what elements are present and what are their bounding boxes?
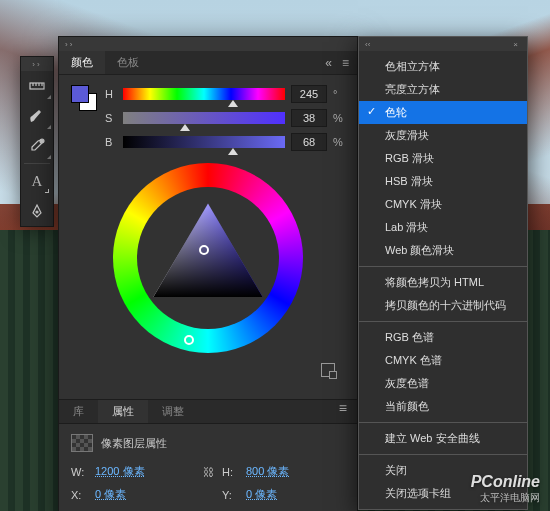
x-label: X: (71, 489, 89, 501)
menu-item[interactable]: 当前颜色 (359, 395, 527, 418)
hue-slider[interactable] (123, 88, 285, 100)
menu-item[interactable]: HSB 滑块 (359, 170, 527, 193)
triangle-picker[interactable] (199, 245, 209, 255)
color-panel: ›› 颜色 色板 « ≡ H ° S (58, 36, 358, 511)
tool-eyedropper[interactable] (21, 131, 53, 161)
watermark-brand: PConline (471, 473, 540, 490)
toolstrip-titlebar[interactable]: ›› (21, 57, 53, 71)
panel-tabs: 颜色 色板 « ≡ (59, 51, 357, 75)
menu-item[interactable]: 灰度滑块 (359, 124, 527, 147)
tool-brush[interactable] (21, 101, 53, 131)
y-value[interactable]: 0 像素 (246, 487, 277, 502)
menu-separator (359, 266, 527, 267)
menu-close-icon[interactable]: × (510, 40, 521, 49)
color-body: H ° S % B % (59, 75, 357, 399)
menu-separator (359, 454, 527, 455)
menu-item[interactable]: 亮度立方体 (359, 78, 527, 101)
w-label: W: (71, 466, 89, 478)
bri-slider[interactable] (123, 136, 285, 148)
h-label2: H: (222, 466, 240, 478)
subtab-properties[interactable]: 属性 (98, 400, 148, 423)
menu-item[interactable]: RGB 滑块 (359, 147, 527, 170)
b-label: B (105, 136, 117, 148)
sat-unit: % (333, 112, 345, 124)
menu-item[interactable]: CMYK 色谱 (359, 349, 527, 372)
h-label: H (105, 88, 117, 100)
panel-collapse-icon[interactable]: « (325, 56, 332, 70)
sat-slider[interactable] (123, 112, 285, 124)
sv-triangle[interactable] (143, 193, 273, 323)
menu-item[interactable]: CMYK 滑块 (359, 193, 527, 216)
pixel-layer-icon (71, 434, 93, 452)
menu-separator (359, 422, 527, 423)
w-value[interactable]: 1200 像素 (95, 464, 145, 479)
panel-drag-bar[interactable]: ›› (59, 37, 357, 51)
fg-bg-swatch[interactable] (71, 85, 97, 111)
hue-input[interactable] (291, 85, 327, 103)
ring-picker[interactable] (184, 335, 194, 345)
properties-body: 像素图层属性 W: 1200 像素 ⛓ H: 800 像素 X: 0 像素 Y:… (59, 423, 357, 511)
subpanel-menu-icon[interactable]: ≡ (329, 400, 357, 423)
subtab-adjust[interactable]: 调整 (148, 400, 198, 423)
sat-input[interactable] (291, 109, 327, 127)
toolstrip-separator (24, 163, 50, 164)
menu-item[interactable]: 色轮 (359, 101, 527, 124)
add-swatch-icon[interactable] (321, 363, 335, 377)
menu-item[interactable]: 拷贝颜色的十六进制代码 (359, 294, 527, 317)
subtab-library[interactable]: 库 (59, 400, 98, 423)
s-label: S (105, 112, 117, 124)
tab-swatches[interactable]: 色板 (105, 51, 151, 74)
bri-input[interactable] (291, 133, 327, 151)
menu-item[interactable]: RGB 色谱 (359, 326, 527, 349)
h-value[interactable]: 800 像素 (246, 464, 289, 479)
link-wh-icon[interactable]: ⛓ (200, 466, 216, 478)
bri-unit: % (333, 136, 345, 148)
hue-unit: ° (333, 88, 345, 100)
color-wheel[interactable] (113, 163, 303, 353)
tool-strip: ›› A (20, 56, 54, 227)
sub-tabs: 库 属性 调整 ≡ (59, 399, 357, 423)
x-value[interactable]: 0 像素 (95, 487, 126, 502)
fg-color[interactable] (71, 85, 89, 103)
tool-pen[interactable] (21, 196, 53, 226)
svg-point-1 (40, 139, 44, 143)
panel-menu-icon[interactable]: ≡ (342, 56, 349, 70)
menu-item[interactable]: Web 颜色滑块 (359, 239, 527, 262)
menu-titlebar[interactable]: ‹‹× (359, 37, 527, 51)
watermark: PConline 太平洋电脑网 (471, 473, 540, 505)
props-title: 像素图层属性 (101, 436, 167, 451)
watermark-sub: 太平洋电脑网 (471, 491, 540, 505)
menu-item[interactable]: 色相立方体 (359, 55, 527, 78)
svg-point-2 (36, 211, 38, 213)
menu-item[interactable]: Lab 滑块 (359, 216, 527, 239)
tool-type[interactable]: A (21, 166, 53, 196)
menu-separator (359, 321, 527, 322)
menu-item[interactable]: 将颜色拷贝为 HTML (359, 271, 527, 294)
color-panel-menu: ‹‹× 色相立方体亮度立方体色轮灰度滑块RGB 滑块HSB 滑块CMYK 滑块L… (358, 36, 528, 510)
y-label: Y: (222, 489, 240, 501)
tab-color[interactable]: 颜色 (59, 51, 105, 74)
tool-ruler[interactable] (21, 71, 53, 101)
menu-item[interactable]: 灰度色谱 (359, 372, 527, 395)
menu-item[interactable]: 建立 Web 安全曲线 (359, 427, 527, 450)
